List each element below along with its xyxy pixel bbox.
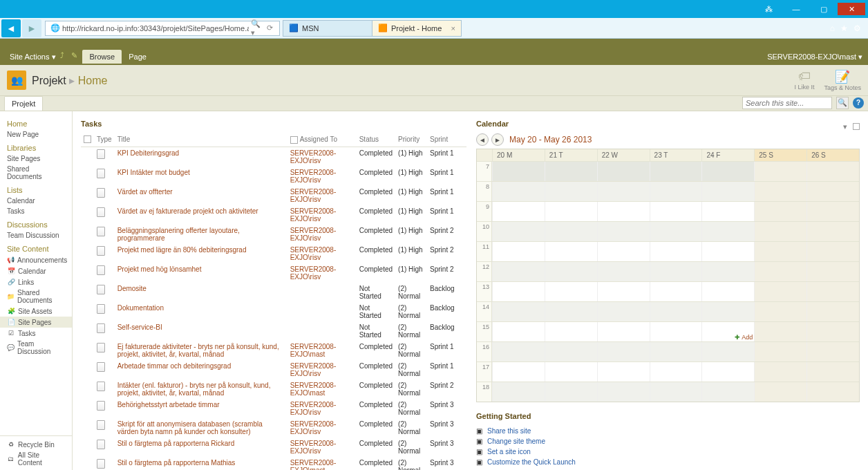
- calendar-cell[interactable]: [650, 342, 702, 361]
- task-title-link[interactable]: Värdet av offterter: [117, 188, 173, 196]
- calendar-cell[interactable]: [545, 382, 597, 402]
- calendar-cell[interactable]: [597, 302, 650, 321]
- table-row[interactable]: Stil o färgtema på rapporterna MathiasSE…: [81, 457, 466, 470]
- calendar-day-header[interactable]: 26 S: [806, 149, 859, 161]
- calendar-menu-icon[interactable]: ▾: [843, 122, 847, 131]
- table-row[interactable]: Intäkter (enl. fakturor) - bryts ner på …: [81, 379, 466, 399]
- calendar-cell[interactable]: [492, 222, 545, 241]
- col-title[interactable]: Title: [115, 133, 287, 147]
- task-title-link[interactable]: Projekt med lägre än 80% debiteringsgrad: [117, 246, 247, 254]
- calendar-cell[interactable]: [597, 362, 650, 382]
- task-title-link[interactable]: Projekt med hög lönsamhet: [117, 265, 202, 273]
- task-title-link[interactable]: KPI Debiteringsgrad: [117, 149, 180, 157]
- like-it-button[interactable]: 🏷I Like It: [794, 69, 814, 91]
- calendar-cell[interactable]: [492, 342, 545, 361]
- nav-group-head[interactable]: Lists: [0, 182, 72, 196]
- nav-item[interactable]: Site Pages: [0, 153, 72, 164]
- calendar-add-link[interactable]: Add: [735, 334, 753, 341]
- calendar-cell[interactable]: [597, 282, 650, 301]
- table-row[interactable]: Ej fakturerade aktiviteter - bryts ner p…: [81, 341, 466, 360]
- task-title-link[interactable]: Demosite: [117, 285, 147, 292]
- assigned-link[interactable]: SERVER2008-EXJO\risv: [290, 401, 337, 416]
- browser-tab-msn[interactable]: 🟦 MSN: [283, 20, 372, 37]
- task-title-link[interactable]: Ej fakturerade aktiviteter - bryts ner p…: [117, 343, 279, 358]
- tags-notes-button[interactable]: 📝Tags & Notes: [824, 69, 861, 91]
- calendar-day-header[interactable]: 20 M: [492, 149, 545, 161]
- calendar-cell[interactable]: [650, 182, 702, 201]
- table-row[interactable]: DokumentationNot Started(2) NormalBacklo…: [81, 302, 466, 321]
- calendar-cell[interactable]: [545, 262, 597, 281]
- nav-item[interactable]: Site Assets: [0, 306, 72, 317]
- calendar-day-header[interactable]: 24 F: [701, 149, 754, 161]
- nav-item[interactable]: New Page: [0, 129, 72, 140]
- calendar-cell[interactable]: [545, 342, 597, 361]
- calendar-cell[interactable]: [701, 242, 754, 261]
- nav-item[interactable]: Team Discussion: [0, 230, 72, 241]
- cal-prev-button[interactable]: ◄: [476, 133, 489, 146]
- table-row[interactable]: Stil o färgtema på rapporterna RickardSE…: [81, 438, 466, 457]
- nav-item[interactable]: Recycle Bin: [0, 439, 72, 450]
- assigned-link[interactable]: SERVER2008-EXJO\risv: [290, 207, 337, 223]
- col-type[interactable]: Type: [94, 133, 115, 147]
- gs-link[interactable]: Set a site icon: [487, 448, 531, 455]
- nav-item[interactable]: Tasks: [0, 328, 72, 339]
- col-status[interactable]: Status: [357, 133, 395, 147]
- calendar-cell[interactable]: [492, 242, 545, 261]
- calendar-cell[interactable]: [545, 222, 597, 241]
- calendar-cell[interactable]: [597, 202, 650, 221]
- table-row[interactable]: Skript för att anonymisera databasen (sc…: [81, 418, 466, 438]
- calendar-cell[interactable]: [754, 382, 806, 402]
- calendar-cell[interactable]: [754, 342, 806, 361]
- nav-group-head[interactable]: Site Content: [0, 241, 72, 254]
- user-menu[interactable]: SERVER2008-EXJO\mast ▾: [767, 53, 862, 62]
- close-button[interactable]: ✕: [838, 3, 865, 15]
- minimize-button[interactable]: —: [782, 3, 810, 15]
- assigned-link[interactable]: SERVER2008-EXJO\risv: [290, 362, 337, 377]
- nav-item[interactable]: Calendar: [0, 196, 72, 206]
- refresh-icon[interactable]: ⟳: [265, 24, 274, 33]
- assigned-link[interactable]: SERVER2008-EXJO\risv: [290, 265, 337, 281]
- calendar-cell[interactable]: [492, 162, 545, 181]
- col-assigned[interactable]: Assigned To: [287, 133, 357, 147]
- ribbon-tab-page[interactable]: Page: [122, 50, 153, 64]
- cal-next-button[interactable]: ►: [491, 133, 504, 146]
- calendar-cell[interactable]: [650, 382, 702, 402]
- assigned-link[interactable]: SERVER2008-EXJO\risv: [290, 169, 337, 184]
- calendar-cell[interactable]: [806, 202, 859, 221]
- calendar-cell[interactable]: [806, 342, 859, 361]
- calendar-cell[interactable]: [754, 182, 806, 201]
- calendar-cell[interactable]: [492, 202, 545, 221]
- calendar-day-header[interactable]: 23 T: [650, 149, 702, 161]
- search-input[interactable]: [742, 97, 832, 109]
- calendar-cell[interactable]: [545, 322, 597, 341]
- task-title-link[interactable]: Värdet av ej fakturerade projekt och akt…: [117, 207, 258, 215]
- search-dropdown-icon[interactable]: 🔍 ▾: [251, 24, 261, 33]
- task-title-link[interactable]: Skript för att anonymisera databasen (sc…: [117, 420, 263, 435]
- calendar-cell[interactable]: Add: [701, 322, 754, 341]
- calendar-day-header[interactable]: 25 S: [754, 149, 806, 161]
- breadcrumb-page[interactable]: Home: [78, 75, 108, 86]
- calendar-cell[interactable]: [701, 182, 754, 201]
- calendar-cell[interactable]: [806, 282, 859, 301]
- breadcrumb-site[interactable]: Projekt: [32, 75, 66, 86]
- nav-item[interactable]: Tasks: [0, 206, 72, 216]
- task-title-link[interactable]: Stil o färgtema på rapporterna Mathias: [117, 459, 236, 467]
- hint-icon[interactable]: ⁂: [755, 3, 782, 15]
- calendar-cell[interactable]: [650, 222, 702, 241]
- calendar-cell[interactable]: [754, 282, 806, 301]
- task-title-link[interactable]: Intäkter (enl. fakturor) - bryts ner på …: [117, 382, 271, 397]
- calendar-cell[interactable]: [754, 242, 806, 261]
- calendar-cell[interactable]: [754, 162, 806, 181]
- navigate-up-icon[interactable]: ⤴: [60, 51, 71, 62]
- site-logo[interactable]: 👥: [7, 70, 26, 90]
- favorites-icon[interactable]: ★: [840, 24, 848, 33]
- nav-item[interactable]: All Site Content: [0, 450, 72, 468]
- calendar-cell[interactable]: [701, 222, 754, 241]
- calendar-cell[interactable]: [754, 202, 806, 221]
- assigned-link[interactable]: SERVER2008-EXJO\risv: [290, 149, 337, 164]
- calendar-cell[interactable]: [701, 362, 754, 382]
- calendar-cell[interactable]: [806, 242, 859, 261]
- nav-group-head[interactable]: Home: [0, 115, 72, 129]
- calendar-cell[interactable]: [806, 222, 859, 241]
- calendar-cell[interactable]: [492, 262, 545, 281]
